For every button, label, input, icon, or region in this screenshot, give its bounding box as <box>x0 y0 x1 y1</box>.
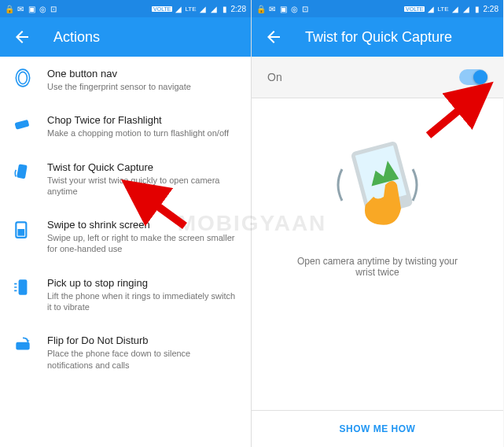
lte-label: LTE <box>185 6 196 13</box>
lock-icon: 🔒 <box>5 4 14 13</box>
svg-rect-7 <box>16 342 29 350</box>
page-title: Actions <box>53 29 100 46</box>
item-subtitle: Lift the phone when it rings to immediat… <box>47 290 238 313</box>
talk-icon: ⊡ <box>49 4 58 13</box>
show-me-how-button[interactable]: SHOW ME HOW <box>252 410 503 447</box>
svg-line-8 <box>127 184 185 226</box>
left-screen: 🔒 ✉ ▣ ◎ ⊡ VOLTE ◢ LTE ◢ ◢ ▮ 2:28 Actions… <box>0 0 252 447</box>
pickup-icon <box>13 277 33 297</box>
action-chop-flashlight[interactable]: Chop Twice for FlashlightMake a chopping… <box>0 103 251 150</box>
chop-icon <box>13 114 33 135</box>
right-screen: 🔒 ✉ ▣ ◎ ⊡ VOLTE ◢ LTE ◢ ◢ ▮ 2:28 Twist f… <box>252 0 503 447</box>
volte-badge: VOLTE <box>152 6 172 12</box>
item-title: One button nav <box>47 68 238 79</box>
action-flip-dnd[interactable]: Flip for Do Not DisturbPlace the phone f… <box>0 323 251 382</box>
svg-line-12 <box>429 87 487 135</box>
svg-rect-2 <box>14 120 29 130</box>
signal-icon: ◢ <box>451 4 460 13</box>
flip-icon <box>13 334 33 355</box>
svg-point-1 <box>19 72 28 83</box>
twist-illustration <box>322 130 432 240</box>
svg-rect-3 <box>17 164 28 179</box>
toggle-label: On <box>267 71 282 83</box>
description-text: Open camera anytime by twisting your wri… <box>267 256 487 278</box>
annotation-arrow <box>118 175 189 230</box>
lte-label: LTE <box>437 6 448 13</box>
actions-list: One button navUse the fingerprint sensor… <box>0 57 251 447</box>
action-pickup-stop-ringing[interactable]: Pick up to stop ringingLift the phone wh… <box>0 266 251 324</box>
battery-icon: ▮ <box>220 4 230 13</box>
clock: 2:28 <box>231 5 246 13</box>
svg-rect-6 <box>19 279 28 295</box>
battery-icon: ▮ <box>473 4 482 13</box>
fingerprint-icon <box>13 68 33 88</box>
item-subtitle: Make a chopping motion to turn flashligh… <box>47 127 238 139</box>
status-bar: 🔒 ✉ ▣ ◎ ⊡ VOLTE ◢ LTE ◢ ◢ ▮ 2:28 <box>252 0 503 17</box>
page-title: Twist for Quick Capture <box>305 29 452 46</box>
item-title: Pick up to stop ringing <box>47 277 238 289</box>
mail-icon: ✉ <box>16 4 25 13</box>
instagram-icon: ◎ <box>38 4 47 13</box>
lock-icon: 🔒 <box>256 4 266 13</box>
shrink-icon <box>13 219 33 239</box>
svg-rect-5 <box>18 229 25 236</box>
app-bar: Twist for Quick Capture <box>252 17 503 57</box>
instagram-icon: ◎ <box>289 4 299 13</box>
talk-icon: ⊡ <box>300 4 310 13</box>
wifi-icon: ◢ <box>174 4 183 13</box>
item-title: Flip for Do Not Disturb <box>47 334 238 346</box>
item-subtitle: Swipe up, left or right to make the scre… <box>47 232 238 255</box>
annotation-arrow <box>421 79 499 142</box>
item-subtitle: Place the phone face down to silence not… <box>47 348 238 371</box>
signal-icon-2: ◢ <box>462 4 471 13</box>
signal-icon: ◢ <box>198 4 208 13</box>
signal-icon-2: ◢ <box>209 4 219 13</box>
gallery-icon: ▣ <box>278 4 288 13</box>
wifi-icon: ◢ <box>426 4 436 13</box>
item-subtitle: Use the fingerprint sensor to navigate <box>47 81 238 92</box>
twist-icon <box>13 161 33 182</box>
mail-icon: ✉ <box>267 4 277 13</box>
item-title: Chop Twice for Flashlight <box>47 114 238 126</box>
volte-badge: VOLTE <box>404 6 425 12</box>
status-bar: 🔒 ✉ ▣ ◎ ⊡ VOLTE ◢ LTE ◢ ◢ ▮ 2:28 <box>0 0 251 17</box>
action-one-button-nav[interactable]: One button navUse the fingerprint sensor… <box>0 57 251 103</box>
clock: 2:28 <box>484 5 498 13</box>
back-icon[interactable] <box>264 28 283 46</box>
item-title: Twist for Quick Capture <box>47 161 238 173</box>
app-bar: Actions <box>0 17 251 57</box>
back-icon[interactable] <box>13 28 31 46</box>
gallery-icon: ▣ <box>27 4 36 13</box>
